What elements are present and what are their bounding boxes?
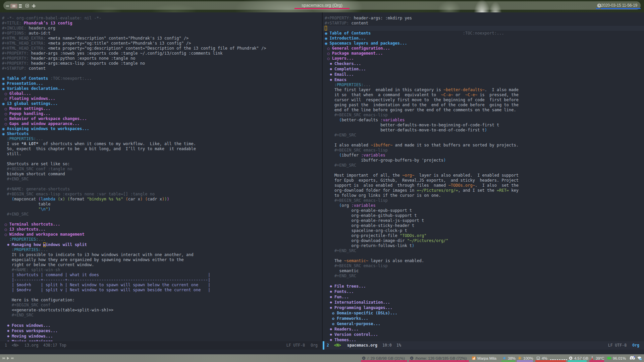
module-disk-root-underline [361, 360, 407, 362]
text-run: header-args :noweb yes :exports code :ta… [31, 51, 223, 56]
buffer-line: ✸ Fonts... [325, 289, 644, 294]
text-run: org-enable-epub-support t [325, 208, 412, 213]
text-run: I also enabled [325, 143, 371, 147]
previous-icon[interactable] [2, 357, 5, 360]
text-run: ✸ [329, 332, 332, 338]
text-run: Popup handling... [9, 111, 51, 116]
text-run: Shortcuts are set like so: [2, 162, 70, 166]
text-run [325, 338, 329, 341]
buffer-line: It is possible to indicate to i3 how win… [2, 252, 322, 257]
text-run [332, 67, 334, 71]
text-run: <meta name="description" content="Phundr… [48, 36, 189, 41]
module-network[interactable]: ts [637, 354, 642, 362]
text-run [325, 153, 339, 158]
buffer-line: ✸ Fun... [325, 294, 644, 300]
text-run: still. [2, 152, 21, 156]
play-icon[interactable] [7, 357, 9, 360]
text-run [332, 338, 334, 341]
text-run: #+BEGIN_SRC conf :tangle no [2, 167, 72, 171]
buffer-line: ◉ Spacemacs layers and packages... [325, 41, 644, 46]
emacs-window-left[interactable]: # -*- org-confirm-babel-evaluate: nil -*… [0, 12, 322, 341]
buffer-line: org-return-follows-link t) [325, 243, 644, 248]
text-run: :TOC:noexport: [463, 31, 497, 36]
buffer-line: ○ General configuration... [325, 46, 644, 51]
text-run: ... [364, 82, 371, 87]
buffer-line [2, 318, 322, 323]
buffer-line [325, 138, 644, 143]
buffer-line: ✿ General-purpose... [325, 321, 644, 326]
text-run: key [509, 188, 519, 193]
text-run: =RET= [497, 188, 509, 193]
module-music[interactable]: Marpa Mila [472, 354, 496, 362]
buffer-line: support is also enabled through files na… [325, 183, 644, 188]
text-run: ✸ [7, 328, 9, 334]
text-run: for Epub exports, Github, Reveal.JS expo… [325, 178, 519, 183]
buffer-line: Most important of all, the ~org~ layer i… [325, 173, 644, 178]
module-battery-value: 96.01% [613, 356, 626, 360]
window-divider[interactable] [322, 12, 323, 350]
text-run: indows will split [46, 242, 87, 247]
module-disk-root-value: /: 29 GB/98 GB (31%) [367, 356, 405, 360]
buffer-line: #+BEGIN_SRC conf [2, 303, 322, 308]
text-run: Global... [9, 91, 31, 96]
text-run: Version control... [334, 332, 378, 337]
text-run [9, 334, 12, 339]
battery-icon [607, 356, 611, 360]
text-run: #+BEGIN_SRC conf [2, 303, 51, 307]
text-run: #+OPTIONS: [2, 31, 29, 36]
text-run: ✸ [329, 327, 332, 332]
text-run: | $mod+v | split v | Next window to spaw… [2, 288, 210, 292]
text-run: Behavior of workspace changes... [9, 116, 87, 121]
text-run: #+END_SRC [2, 177, 29, 181]
text-run: org-enable-reveal-js-support t [325, 218, 424, 223]
buffer-line: ✸ Internationalization... [325, 300, 644, 305]
buffer-line: ◉ Shortcuts [2, 131, 322, 136]
text-run [2, 96, 4, 101]
buffer-line: ○ Behavior of workspace changes... [2, 116, 322, 121]
text-run [2, 136, 7, 141]
emacs-window-right[interactable]: #+PROPERTY: header-args: :mkdirp yes#+ST… [323, 12, 644, 341]
text-run: The first layer enabled in this category… [325, 87, 443, 92]
buffer-line: #+TITLE: Phundrak’s i3 config [2, 21, 322, 26]
text-run: #+END_SRC [325, 163, 356, 168]
text-run: The [325, 258, 344, 263]
text-run: header-args: :mkdirp yes [354, 16, 412, 20]
buffer-line: to follow org links if the cursor is on … [325, 193, 644, 198]
encoding: LF UTF-8 [608, 343, 627, 348]
text-run: :PROPERTIES: [9, 237, 39, 242]
text-run: Spacemacs layers and packages... [329, 41, 407, 46]
text-run: ... [41, 247, 48, 252]
buffer-line: #+BEGIN_SRC emacs-lisp [325, 113, 644, 118]
module-battery[interactable]: 96.01% [607, 354, 626, 362]
buffer-line: org-download folder for images in =~/Pic… [325, 188, 644, 193]
buffer-line: #+BEGIN_SRC emacs-lisp [325, 148, 644, 153]
buffer-line: ✿ Domain-specific (DSLs)... [325, 310, 644, 316]
buffer-line: ○ Terminal shortcuts... [2, 222, 322, 227]
buffer-line: |-----------+---------+-----------------… [2, 278, 322, 283]
buffer-line: ✸ Readers... [325, 326, 644, 332]
buffer-line [2, 217, 322, 222]
text-run [123, 197, 125, 201]
buffer-line: org-enable-reveal-js-support t [325, 218, 644, 223]
text-run: #+BEGIN_SRC emacs-lisp [325, 198, 388, 203]
text-run: Variables declaration... [7, 86, 65, 91]
text-run: "TODOs.org" [400, 233, 426, 238]
buffer-line: ○ Package management... [325, 51, 644, 56]
module-cpu-underline [535, 360, 566, 362]
text-run: and made it so that buffers are sorted b… [392, 143, 519, 147]
disk-icon [362, 356, 366, 360]
text-run [7, 91, 9, 96]
text-run: I use [2, 141, 21, 146]
text-run: Mouse settings... [9, 106, 51, 111]
text-run: Frameworks... [337, 316, 368, 321]
text-run: ) [48, 207, 50, 212]
media-controls[interactable] [2, 354, 14, 362]
text-run: ✿ [332, 316, 334, 321]
module-discord[interactable] [630, 354, 635, 362]
text-run [325, 300, 329, 305]
text-run: #+STARTUP: [2, 66, 29, 71]
text-run: It is possible to indicate to i3 how win… [2, 252, 194, 257]
text-run: ) [63, 197, 65, 201]
cpu-core-bars [550, 357, 568, 360]
next-icon[interactable] [11, 357, 14, 360]
